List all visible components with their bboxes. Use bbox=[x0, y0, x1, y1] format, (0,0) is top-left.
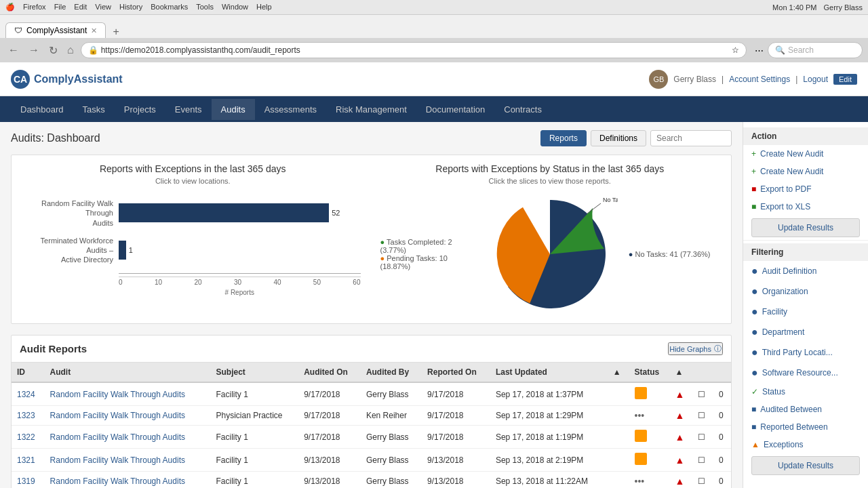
sidebar-filter-exceptions[interactable]: ▲ Exceptions bbox=[743, 436, 868, 453]
row-id-link[interactable]: 1319 bbox=[17, 476, 35, 486]
tab-close-button[interactable]: ✕ bbox=[91, 26, 97, 35]
logout-link[interactable]: Logout bbox=[803, 75, 828, 84]
history-menu[interactable]: History bbox=[119, 3, 142, 12]
bar-chart-title: Reports with Exceptions in the last 365 … bbox=[20, 163, 366, 174]
legend-item-1: ● Tasks Completed: 2 (3.77%) bbox=[380, 238, 471, 254]
sidebar-create-audit-1[interactable]: + Create New Audit bbox=[743, 145, 868, 163]
axis-title: # Reports bbox=[119, 289, 361, 296]
bar-container-1: 52 bbox=[119, 203, 361, 222]
audit-link[interactable]: Random Facility Walk Through Audits bbox=[50, 411, 185, 420]
forward-button[interactable]: → bbox=[26, 43, 42, 58]
charts-row: Reports with Exceptions in the last 365 … bbox=[11, 155, 732, 324]
content-area: Audits: Dashboard Reports Definitions Re… bbox=[0, 122, 743, 488]
new-tab-button[interactable]: + bbox=[108, 26, 123, 38]
sidebar-filter-audit-def[interactable]: ● Audit Definition bbox=[743, 261, 868, 281]
filter-dept-icon: ● bbox=[751, 326, 758, 338]
browser-search-bar[interactable]: 🔍 Search bbox=[768, 42, 863, 58]
legend-item-3: ● No Tasks: 41 (77.36%) bbox=[629, 250, 719, 258]
sidebar-filter-department[interactable]: ● Department bbox=[743, 322, 868, 342]
reload-button[interactable]: ↻ bbox=[46, 43, 60, 58]
file-menu[interactable]: File bbox=[54, 3, 66, 12]
xls-icon: ■ bbox=[751, 202, 756, 211]
search-icon: 🔍 bbox=[775, 45, 785, 55]
reports-title: Audit Reports bbox=[20, 343, 87, 354]
help-menu[interactable]: Help bbox=[256, 3, 272, 12]
filter-org-icon: ● bbox=[751, 285, 758, 298]
firefox-menu[interactable]: Firefox bbox=[23, 3, 46, 12]
address-bar[interactable]: 🔒 https://demo2018.complyassistanthq.com… bbox=[81, 42, 747, 58]
cell-audited-on: 9/17/2018 bbox=[298, 406, 361, 426]
nav-audits[interactable]: Audits bbox=[212, 99, 255, 120]
filter-status-icon: ✓ bbox=[751, 387, 758, 396]
sidebar-filter-third-party[interactable]: ● Third Party Locati... bbox=[743, 342, 868, 363]
bookmarks-menu[interactable]: Bookmarks bbox=[151, 3, 188, 12]
row-id-link[interactable]: 1322 bbox=[17, 432, 35, 442]
sidebar-export-pdf[interactable]: ■ Export to PDF bbox=[743, 180, 868, 198]
col-sort[interactable]: ▲ bbox=[608, 363, 629, 382]
sidebar-create-audit-2[interactable]: + Create New Audit bbox=[743, 163, 868, 180]
view-menu[interactable]: View bbox=[95, 3, 111, 12]
tools-menu[interactable]: Tools bbox=[196, 3, 214, 12]
audit-link[interactable]: Random Facility Walk Through Audits bbox=[50, 390, 185, 399]
sidebar-update-results-action: Update Results bbox=[743, 216, 868, 240]
sidebar-filter-audited-between[interactable]: ■ Audited Between bbox=[743, 401, 868, 418]
bar-2[interactable] bbox=[119, 241, 126, 260]
sidebar-filter-organization[interactable]: ● Organization bbox=[743, 281, 868, 302]
edit-menu[interactable]: Edit bbox=[74, 3, 87, 12]
nav-events[interactable]: Events bbox=[165, 99, 212, 120]
nav-documentation[interactable]: Documentation bbox=[416, 99, 494, 120]
account-settings-link[interactable]: Account Settings bbox=[729, 75, 790, 84]
sidebar-filter-software[interactable]: ● Software Resource... bbox=[743, 363, 868, 383]
extensions-icon[interactable]: ⋯ bbox=[755, 45, 764, 56]
sidebar-update-results-filter: Update Results bbox=[743, 453, 868, 478]
sidebar-filter-title: Filtering bbox=[743, 243, 868, 261]
sidebar-filter-status[interactable]: ✓ Status bbox=[743, 383, 868, 401]
row-id-link[interactable]: 1321 bbox=[17, 455, 35, 465]
filter-software-icon: ● bbox=[751, 367, 758, 379]
col-audited-on[interactable]: Audited On bbox=[298, 363, 361, 382]
col-reported-on[interactable]: Reported On bbox=[422, 363, 490, 382]
col-subject[interactable]: Subject bbox=[210, 363, 298, 382]
col-status[interactable]: Status bbox=[629, 363, 670, 382]
filter-audited-label: Audited Between bbox=[760, 405, 822, 414]
update-results-button-bottom[interactable]: Update Results bbox=[751, 456, 860, 475]
cell-warning: ▲ bbox=[669, 382, 692, 406]
pie-chart[interactable]: No Tasks: 41 (77.36%) bbox=[482, 193, 618, 315]
active-browser-tab[interactable]: 🛡 ComplyAssistant ✕ bbox=[5, 22, 106, 38]
update-results-button-top[interactable]: Update Results bbox=[751, 218, 860, 237]
bookmark-icon[interactable]: ☆ bbox=[732, 45, 739, 55]
search-input[interactable] bbox=[650, 130, 732, 146]
sidebar-filter-reported-between[interactable]: ■ Reported Between bbox=[743, 418, 868, 436]
col-id[interactable]: ID bbox=[12, 363, 45, 382]
nav-assessments[interactable]: Assessments bbox=[255, 99, 326, 120]
nav-tasks[interactable]: Tasks bbox=[73, 99, 115, 120]
sidebar-filter-facility[interactable]: ● Facility bbox=[743, 302, 868, 322]
sidebar-export-xls[interactable]: ■ Export to XLS bbox=[743, 198, 868, 216]
nav-projects[interactable]: Projects bbox=[115, 99, 165, 120]
apple-menu[interactable]: 🍎 bbox=[5, 3, 15, 12]
cell-edit: 0 bbox=[713, 382, 731, 406]
nav-dashboard[interactable]: Dashboard bbox=[11, 99, 73, 120]
bar-1[interactable] bbox=[119, 203, 329, 222]
audit-link[interactable]: Random Facility Walk Through Audits bbox=[50, 476, 185, 486]
audit-link[interactable]: Random Facility Walk Through Audits bbox=[50, 432, 185, 442]
cell-subject: Facility 1 bbox=[210, 449, 298, 472]
back-button[interactable]: ← bbox=[5, 43, 22, 58]
logo-text: ComplyAssistant bbox=[34, 73, 123, 85]
nav-risk-management[interactable]: Risk Management bbox=[326, 99, 416, 120]
definitions-button[interactable]: Definitions bbox=[591, 130, 646, 146]
audit-link[interactable]: Random Facility Walk Through Audits bbox=[50, 455, 185, 465]
cell-phone: ☐ bbox=[692, 382, 713, 406]
col-last-updated[interactable]: Last Updated bbox=[490, 363, 608, 382]
col-audit[interactable]: Audit bbox=[45, 363, 211, 382]
hide-graphs-button[interactable]: Hide Graphs ⓘ bbox=[668, 342, 723, 355]
row-id-link[interactable]: 1323 bbox=[17, 411, 35, 420]
col-audited-by[interactable]: Audited By bbox=[361, 363, 422, 382]
home-button[interactable]: ⌂ bbox=[64, 43, 77, 58]
window-menu[interactable]: Window bbox=[222, 3, 248, 12]
row-id-link[interactable]: 1324 bbox=[17, 390, 35, 399]
reports-button[interactable]: Reports bbox=[540, 130, 587, 146]
cell-audited-on: 9/13/2018 bbox=[298, 449, 361, 472]
nav-contracts[interactable]: Contracts bbox=[494, 99, 551, 120]
bar-container-2: 1 bbox=[119, 241, 361, 260]
